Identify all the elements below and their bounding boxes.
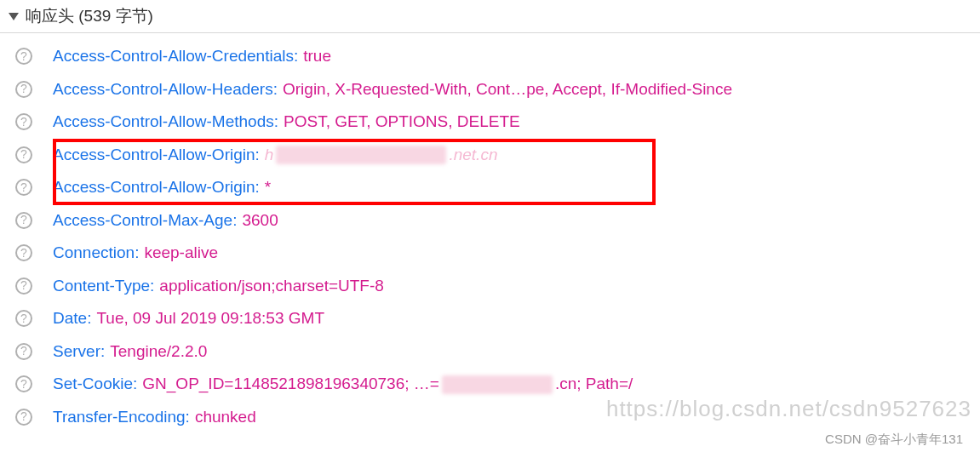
header-value: GN_OP_ID=1148521898196340736; …=.cn; Pat… — [142, 372, 633, 397]
header-colon: : — [135, 241, 139, 266]
watermark-credit: CSDN @奋斗小青年131 — [825, 432, 963, 448]
header-value: true — [303, 44, 331, 69]
header-name: Access-Control-Allow-Headers — [53, 77, 273, 102]
value-prefix: GN_OP_ID=1148521898196340736; …= — [142, 375, 439, 392]
help-icon[interactable]: ? — [15, 146, 32, 163]
header-colon: : — [294, 44, 298, 69]
header-name: Date — [53, 306, 87, 331]
help-icon[interactable]: ? — [15, 81, 32, 98]
header-colon: : — [100, 340, 105, 364]
header-name: Access-Control-Allow-Credentials — [53, 44, 294, 69]
value-prefix: h — [265, 146, 274, 163]
header-name: Access-Control-Allow-Methods — [53, 110, 274, 134]
header-colon: : — [133, 372, 137, 397]
help-icon[interactable]: ? — [15, 277, 32, 295]
header-row: ? Server: Tengine/2.2.0 — [15, 335, 980, 369]
header-value: keep-alive — [144, 241, 218, 266]
header-row: ? Access-Control-Allow-Origin: * — [15, 171, 980, 204]
help-icon[interactable]: ? — [15, 343, 32, 360]
header-row: ? Access-Control-Allow-Credentials: true — [15, 40, 980, 73]
header-row: ? Access-Control-Max-Age: 3600 — [15, 204, 980, 237]
response-headers-toggle[interactable]: 响应头 (539 字节) — [0, 0, 980, 33]
header-value: h.net.cn — [265, 143, 498, 168]
section-title: 响应头 (539 字节) — [26, 5, 153, 27]
redacted-block — [442, 375, 553, 394]
header-value: Tengine/2.2.0 — [110, 340, 207, 364]
header-row: ? Access-Control-Allow-Origin: h.net.cn — [15, 139, 980, 172]
header-name: Set-Cookie — [53, 372, 133, 397]
header-row: ? Content-Type: application/json;charset… — [15, 270, 980, 303]
help-icon[interactable]: ? — [15, 179, 32, 196]
header-colon: : — [186, 405, 190, 430]
header-colon: : — [87, 306, 91, 331]
headers-list: ? Access-Control-Allow-Credentials: true… — [0, 33, 980, 433]
header-value: POST, GET, OPTIONS, DELETE — [284, 110, 520, 134]
header-row: ? Connection: keep-alive — [15, 237, 980, 270]
header-value: application/json;charset=UTF-8 — [159, 274, 384, 299]
collapse-triangle-icon — [9, 13, 19, 20]
help-icon[interactable]: ? — [15, 409, 32, 426]
redacted-block — [276, 146, 446, 164]
help-icon[interactable]: ? — [15, 375, 32, 392]
header-name: Access-Control-Allow-Origin — [53, 175, 255, 200]
help-icon[interactable]: ? — [15, 113, 32, 130]
header-value: * — [265, 175, 271, 200]
header-name: Server — [53, 340, 100, 364]
value-suffix: .net.cn — [449, 146, 497, 163]
header-value: chunked — [195, 405, 256, 430]
header-value: 3600 — [242, 209, 278, 233]
header-name: Access-Control-Max-Age — [53, 209, 232, 233]
header-row: ? Access-Control-Allow-Headers: Origin, … — [15, 73, 980, 106]
header-name: Connection — [53, 241, 135, 266]
help-icon[interactable]: ? — [15, 310, 32, 327]
help-icon[interactable]: ? — [15, 48, 32, 65]
header-name: Content-Type — [53, 274, 150, 299]
header-value: Origin, X-Requested-With, Cont…pe, Accep… — [283, 77, 732, 102]
header-colon: : — [274, 110, 278, 134]
header-row: ? Date: Tue, 09 Jul 2019 09:18:53 GMT — [15, 302, 980, 335]
header-row: ? Set-Cookie: GN_OP_ID=11485218981963407… — [15, 368, 980, 401]
header-row: ? Transfer-Encoding: chunked — [15, 401, 980, 434]
header-row: ? Access-Control-Allow-Methods: POST, GE… — [15, 106, 980, 139]
header-colon: : — [255, 175, 260, 200]
header-name: Access-Control-Allow-Origin — [53, 143, 255, 168]
header-colon: : — [255, 143, 260, 168]
header-colon: : — [232, 209, 237, 233]
header-name: Transfer-Encoding — [53, 405, 186, 430]
help-icon[interactable]: ? — [15, 244, 32, 261]
header-colon: : — [273, 77, 278, 102]
help-icon[interactable]: ? — [15, 212, 32, 229]
header-colon: : — [150, 274, 154, 299]
value-suffix: .cn; Path=/ — [555, 375, 633, 392]
header-value: Tue, 09 Jul 2019 09:18:53 GMT — [96, 306, 324, 331]
